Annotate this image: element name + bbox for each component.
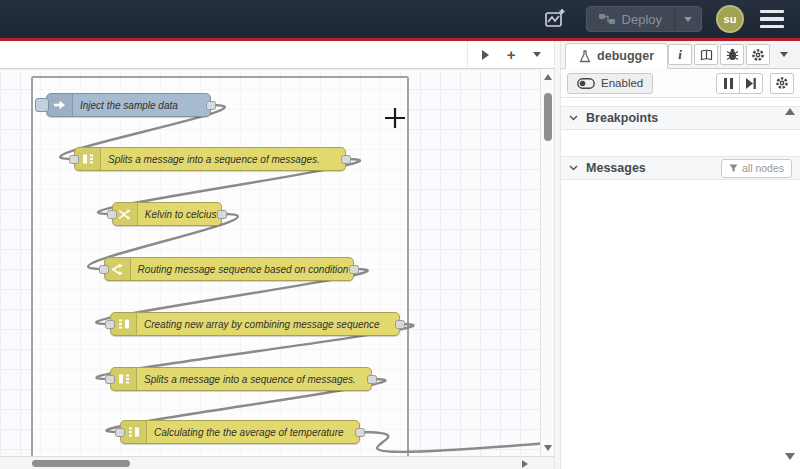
flow-node-join[interactable]: Creating new array by combining message … [110, 312, 400, 336]
inject-trigger-button[interactable] [35, 98, 49, 112]
output-port[interactable] [367, 375, 377, 384]
deploy-button[interactable]: Deploy [587, 7, 674, 31]
output-port[interactable] [355, 428, 365, 437]
header: Deploy su [0, 0, 800, 38]
sidebar-menu-button[interactable] [772, 44, 796, 65]
help-button[interactable] [694, 44, 718, 65]
plus-icon: + [507, 47, 516, 62]
deploy-flow-icon [599, 13, 615, 25]
workspace-tabbar: + [0, 41, 554, 69]
node-label: Calculating the the average of temperatu… [147, 427, 352, 438]
tab-debugger[interactable]: debugger [565, 43, 668, 69]
flow-node-inject[interactable]: Inject the sample data [46, 93, 211, 117]
sidebar: debugger i [561, 41, 800, 469]
flow-export-button[interactable] [538, 5, 572, 33]
flow-sparkle-icon [543, 7, 567, 31]
deploy-label: Deploy [622, 12, 662, 27]
output-port[interactable] [349, 265, 359, 274]
pause-button[interactable] [716, 73, 740, 94]
flow-node-switch[interactable]: Routing message sequence based on condit… [104, 257, 354, 281]
hamburger-icon [760, 10, 784, 14]
input-port[interactable] [115, 428, 125, 437]
info-button[interactable]: i [668, 44, 692, 65]
workspace-pane: + Inject the sample dataSplits a message… [0, 41, 554, 469]
output-port[interactable] [395, 320, 405, 329]
node-red-app: Deploy su + [0, 0, 800, 469]
flow-canvas[interactable]: Inject the sample dataSplits a message i… [0, 69, 554, 456]
main-area: + Inject the sample dataSplits a message… [0, 41, 800, 469]
avatar-initials: su [724, 13, 737, 25]
output-port[interactable] [217, 210, 227, 219]
section-title: Messages [586, 161, 646, 175]
input-port[interactable] [107, 210, 117, 219]
main-menu-button[interactable] [758, 6, 786, 33]
chevron-down-icon [780, 52, 788, 57]
breakpoints-section-header[interactable]: Breakpoints [561, 106, 800, 130]
toggle-on-icon [577, 78, 595, 89]
add-flow-button[interactable]: + [500, 45, 522, 65]
input-port[interactable] [105, 320, 115, 329]
debug-button[interactable] [720, 44, 744, 65]
flow-list-button[interactable] [526, 45, 548, 65]
tab-scroll-right-button[interactable] [474, 45, 496, 65]
scroll-right-icon[interactable] [522, 460, 528, 468]
deploy-button-group: Deploy [586, 6, 702, 32]
gear-icon [751, 48, 765, 62]
horizontal-scroll-thumb[interactable] [32, 460, 130, 467]
debugger-toolbar: Enabled [561, 69, 800, 98]
sidebar-tab-buttons: i [668, 44, 796, 68]
chevron-down-icon [569, 115, 578, 121]
debugger-enabled-toggle[interactable]: Enabled [567, 73, 653, 94]
debugger-settings-button[interactable] [770, 73, 794, 94]
output-port[interactable] [341, 155, 351, 164]
node-label: Routing message sequence based on condit… [131, 264, 353, 275]
sidebar-splitter[interactable] [554, 41, 561, 469]
tabbar-controls: + [467, 41, 554, 68]
vertical-scroll-thumb[interactable] [544, 93, 552, 141]
funnel-icon [729, 164, 738, 173]
input-port[interactable] [69, 155, 79, 164]
enabled-label: Enabled [601, 77, 643, 89]
play-icon [482, 50, 489, 60]
input-port[interactable] [105, 375, 115, 384]
info-icon: i [678, 47, 682, 63]
filter-label: all nodes [742, 162, 784, 174]
chevron-down-icon [569, 165, 578, 171]
messages-section-header[interactable]: Messages all nodes [561, 156, 800, 180]
flow-node-change[interactable]: Kelvin to celcius [112, 202, 222, 226]
flow-node-split[interactable]: Splits a message into a sequence of mess… [74, 147, 346, 171]
inject-icon [47, 94, 73, 116]
flow-node-split[interactable]: Splits a message into a sequence of mess… [110, 367, 372, 391]
messages-list [561, 180, 800, 469]
pause-icon [724, 78, 733, 89]
canvas-horizontal-scrollbar[interactable] [0, 456, 554, 469]
step-button[interactable] [739, 73, 763, 94]
node-label: Kelvin to celcius [138, 209, 221, 220]
node-label: Creating new array by combining message … [137, 319, 388, 330]
flow-node-join[interactable]: Calculating the the average of temperatu… [120, 420, 360, 444]
output-port[interactable] [206, 101, 216, 110]
tab-label: debugger [597, 49, 654, 63]
step-forward-icon [746, 78, 756, 89]
sidebar-tabbar: debugger i [561, 41, 800, 69]
node-label: Splits a message into a sequence of mess… [137, 374, 364, 385]
deploy-options-button[interactable] [674, 7, 701, 31]
scroll-up-icon[interactable] [544, 74, 552, 80]
flask-icon [579, 50, 591, 63]
spacer [561, 98, 800, 106]
canvas-vertical-scrollbar[interactable] [540, 69, 554, 456]
debugger-controls [716, 73, 794, 94]
settings-button[interactable] [746, 44, 770, 65]
sidebar-scroll-down-icon[interactable] [785, 453, 795, 460]
node-label: Inject the sample data [73, 100, 186, 111]
input-port[interactable] [99, 265, 109, 274]
node-label: Splits a message into a sequence of mess… [101, 154, 328, 165]
section-title: Breakpoints [586, 111, 658, 125]
gear-icon [775, 76, 789, 90]
chevron-down-icon [684, 17, 692, 22]
message-filter-button[interactable]: all nodes [721, 159, 792, 178]
breakpoints-list [561, 130, 800, 156]
user-avatar[interactable]: su [716, 5, 744, 33]
sidebar-scroll-up-icon[interactable] [785, 108, 795, 115]
scroll-down-icon[interactable] [544, 445, 552, 451]
